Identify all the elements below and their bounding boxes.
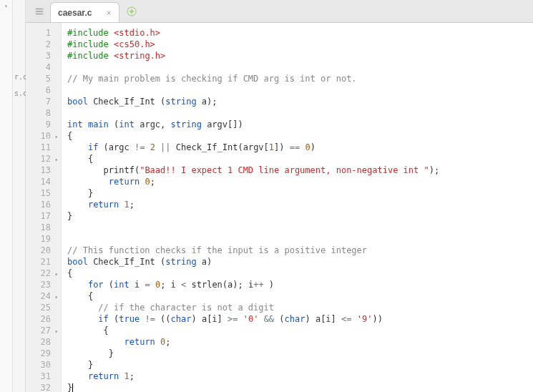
line-number: 15 [26,187,58,199]
line-number: 3 [26,50,58,62]
code-line[interactable]: { [67,268,527,279]
line-number: 29 [26,348,58,359]
code-line[interactable]: } [67,210,527,222]
code-line[interactable] [67,84,527,96]
activity-bar: ▾ [0,0,13,392]
line-number: 19 [26,233,58,245]
text-cursor [72,383,73,393]
line-number: 23 [26,279,58,290]
line-number: 27▾ [26,325,58,336]
line-number: 7 [26,96,58,107]
tab-bar: caesar.c × [26,0,533,23]
line-number: 14 [26,176,58,187]
line-number: 11 [26,142,58,153]
code-editor[interactable]: 1 2 3 4 5 6 7 8 9 10▾11 12▾13 14 15 16 1… [26,23,533,392]
line-number: 22▾ [26,268,58,279]
line-number: 30 [26,359,58,371]
code-line[interactable]: bool Check_If_Int (string a) [67,256,527,268]
line-number: 17 [26,210,58,222]
line-number: 26 [26,313,58,325]
caret-down-icon[interactable]: ▾ [0,0,12,12]
line-number: 18 [26,222,58,233]
code-line[interactable]: #include <string.h> [67,50,527,62]
app-window: ▾ r.c s.c caesar.c × 1 2 3 4 5 6 7 8 9 1… [0,0,533,392]
tab-title: caesar.c [58,8,92,18]
code-line[interactable]: } [67,187,527,199]
code-line[interactable]: return 0; [67,176,527,187]
code-line[interactable] [67,222,527,233]
line-number: 2 [26,39,58,50]
editor-area: caesar.c × 1 2 3 4 5 6 7 8 9 10▾11 12▾13… [26,0,533,392]
file-explorer-item[interactable]: s.c [13,88,25,99]
code-line[interactable] [67,233,527,245]
line-number: 21 [26,256,58,268]
line-number: 10▾ [26,130,58,142]
line-number: 32 [26,382,58,392]
line-number: 31 [26,371,58,382]
close-icon[interactable]: × [106,8,111,18]
tab-caesar[interactable]: caesar.c × [50,2,119,22]
code-content[interactable]: #include <stdio.h>#include <cs50.h>#incl… [62,23,533,392]
code-line[interactable]: // if the character is not a digit [67,302,527,313]
code-line[interactable]: return 1; [67,371,527,382]
line-number: 9 [26,119,58,130]
code-line[interactable]: if (argc != 2 || Check_If_Int(argv[1]) =… [67,142,527,153]
code-line[interactable]: } [67,382,527,392]
file-explorer-edge[interactable]: r.c s.c [13,0,26,392]
line-number: 12▾ [26,153,58,165]
code-line[interactable]: } [67,348,527,359]
code-line[interactable]: { [67,153,527,165]
code-line[interactable] [67,107,527,119]
line-number: 24▾ [26,290,58,302]
line-number: 16 [26,199,58,210]
code-line[interactable]: #include <cs50.h> [67,39,527,50]
code-line[interactable]: { [67,130,527,142]
line-number: 25 [26,302,58,313]
code-line[interactable]: if (true != ((char) a[i] >= '0' && (char… [67,313,527,325]
gutter: 1 2 3 4 5 6 7 8 9 10▾11 12▾13 14 15 16 1… [26,23,62,392]
code-line[interactable]: } [67,359,527,371]
line-number: 28 [26,336,58,348]
svg-rect-0 [36,9,44,10]
line-number: 13 [26,165,58,176]
line-number: 4 [26,62,58,73]
code-line[interactable]: { [67,290,527,302]
code-line[interactable]: return 0; [67,336,527,348]
line-number: 5 [26,73,58,84]
tabs-menu-icon[interactable] [29,1,50,22]
code-line[interactable]: printf("Baad!! I expect 1 CMD line argum… [67,165,527,176]
code-line[interactable]: bool Check_If_Int (string a); [67,96,527,107]
line-number: 1 [26,27,58,39]
svg-rect-2 [36,14,44,15]
code-line[interactable]: // My main problem is checking if CMD ar… [67,73,527,84]
code-line[interactable]: #include <stdio.h> [67,27,527,39]
code-line[interactable]: int main (int argc, string argv[]) [67,119,527,130]
add-tab-button[interactable] [127,6,137,22]
code-line[interactable]: return 1; [67,199,527,210]
svg-rect-1 [36,11,44,12]
code-line[interactable]: { [67,325,527,336]
line-number: 8 [26,107,58,119]
line-number: 20 [26,245,58,256]
code-line[interactable]: // This function checks if the input is … [67,245,527,256]
code-line[interactable] [67,62,527,73]
code-line[interactable]: for (int i = 0; i < strlen(a); i++ ) [67,279,527,290]
file-explorer-item[interactable]: r.c [13,72,25,82]
line-number: 6 [26,84,58,96]
